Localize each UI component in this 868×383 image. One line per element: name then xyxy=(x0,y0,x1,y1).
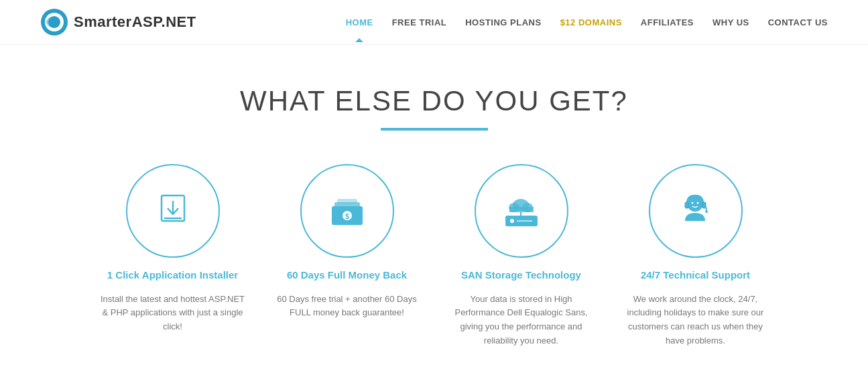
logo-text: SmarterASP.NET xyxy=(74,13,196,31)
support-icon-circle xyxy=(649,164,743,258)
storage-desc: Your data is stored in High Performance … xyxy=(448,293,595,348)
installer-desc: Install the latest and hottest ASP.NET &… xyxy=(99,293,247,334)
support-title: 24/7 Technical Support xyxy=(641,269,750,282)
nav-hosting-plans[interactable]: HOSTING PLANS xyxy=(465,17,541,27)
feature-installer: 1 Click Application Installer Install th… xyxy=(99,164,247,348)
section-title: WHAT ELSE DO YOU GET? xyxy=(27,85,841,117)
nav-free-trial[interactable]: FREE TRIAL xyxy=(392,17,447,27)
svg-rect-22 xyxy=(685,202,688,208)
moneyback-desc: 60 Days free trial + another 60 Days FUL… xyxy=(273,293,421,321)
storage-title: SAN Storage Technology xyxy=(461,269,581,282)
main-content: WHAT ELSE DO YOU GET? 1 Click Applicatio… xyxy=(0,45,868,375)
moneyback-icon-circle: $ xyxy=(300,164,394,258)
feature-support: 24/7 Technical Support We work around th… xyxy=(622,164,769,348)
svg-point-21 xyxy=(697,202,699,204)
site-header: SmarterASP.NET HOME FREE TRIAL HOSTING P… xyxy=(0,0,868,45)
storage-icon-circle xyxy=(475,164,568,258)
logo[interactable]: SmarterASP.NET xyxy=(40,8,196,36)
support-desc: We work around the clock, 24/7, includin… xyxy=(622,293,769,348)
installer-icon-circle xyxy=(126,164,220,258)
svg-point-12 xyxy=(510,219,514,223)
storage-icon xyxy=(496,186,546,236)
moneyback-icon: $ xyxy=(324,187,371,234)
svg-rect-17 xyxy=(509,207,534,212)
svg-point-20 xyxy=(692,202,694,204)
installer-icon xyxy=(149,187,196,234)
features-grid: 1 Click Application Installer Install th… xyxy=(27,164,841,348)
nav-home[interactable]: HOME xyxy=(346,17,373,27)
svg-point-24 xyxy=(705,210,708,213)
svg-rect-8 xyxy=(337,199,357,204)
installer-title: 1 Click Application Installer xyxy=(107,269,238,282)
nav-contact-us[interactable]: CONTACT US xyxy=(768,17,828,27)
moneyback-title: 60 Days Full Money Back xyxy=(287,269,407,282)
feature-storage: SAN Storage Technology Your data is stor… xyxy=(448,164,595,348)
logo-icon xyxy=(40,8,68,36)
main-nav: HOME FREE TRIAL HOSTING PLANS $12 DOMAIN… xyxy=(346,17,828,27)
feature-moneyback: $ 60 Days Full Money Back 60 Days free t… xyxy=(273,164,421,348)
nav-why-us[interactable]: WHY US xyxy=(712,17,749,27)
support-icon xyxy=(670,186,721,236)
nav-domains[interactable]: $12 DOMAINS xyxy=(560,17,622,27)
title-underline xyxy=(381,128,488,131)
svg-text:$: $ xyxy=(345,212,349,220)
nav-affiliates[interactable]: AFFILIATES xyxy=(641,17,694,27)
